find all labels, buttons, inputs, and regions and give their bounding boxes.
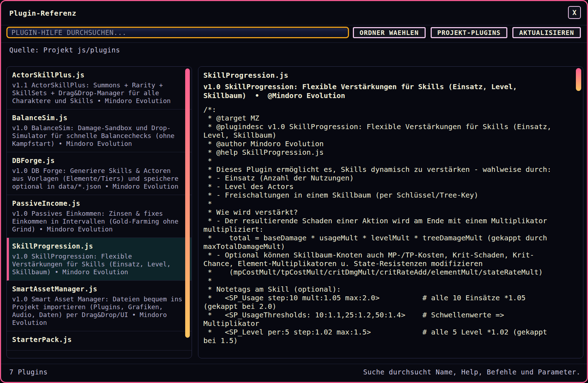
page-title: Plugin-Referenz: [9, 9, 76, 17]
project-plugins-button[interactable]: PROJEKT-PLUGINS: [431, 27, 508, 38]
titlebar-divider: [1, 25, 587, 25]
detail-subtitle: v1.0 SkillProgression: Flexible Verstärk…: [203, 82, 558, 100]
plugin-desc: v1.0 Smart Asset Manager: Dateien bequem…: [12, 295, 183, 327]
plugin-desc: v1.1 ActorSkillPlus: Summons + Rarity + …: [12, 81, 183, 105]
detail-scrollbar[interactable]: [576, 68, 581, 91]
list-item[interactable]: BalanceSim.js v1.0 BalanceSim: Damage-Sa…: [7, 109, 192, 152]
plugin-name: SmartAssetManager.js: [12, 285, 182, 293]
source-label: Quelle: Projekt js/plugins: [9, 46, 120, 54]
plugin-count: 7 Plugins: [9, 368, 47, 376]
plugin-list-scrollbar[interactable]: [185, 68, 190, 338]
choose-folder-button[interactable]: ORDNER WAEHLEN: [353, 27, 426, 38]
list-item[interactable]: ActorSkillPlus.js v1.1 ActorSkillPlus: S…: [7, 67, 192, 109]
footer-hint: Suche durchsucht Name, Help, Befehle und…: [363, 368, 581, 376]
plugin-name: PassiveIncome.js: [12, 199, 182, 207]
footer-divider: [1, 364, 587, 364]
list-item[interactable]: DBForge.js v1.0 DB Forge: Generiere Skil…: [7, 152, 192, 195]
plugin-desc: v1.0 Passives Einkommen: Zinsen & fixes …: [12, 210, 183, 233]
plugin-list-panel: ActorSkillPlus.js v1.1 ActorSkillPlus: S…: [6, 66, 192, 358]
refresh-button[interactable]: AKTUALISIEREN: [512, 27, 581, 38]
detail-help-text: /*: * @target MZ * @plugindesc v1.0 Skil…: [203, 105, 558, 345]
plugin-desc: v1.0 DB Forge: Generiere Skills & Actore…: [12, 167, 183, 190]
plugin-name: StarterPack.js: [12, 336, 182, 343]
search-row-divider: [1, 42, 587, 43]
plugin-reference-window: Plugin-Referenz X ORDNER WAEHLEN PROJEKT…: [0, 0, 588, 383]
plugin-desc: v1.0 SkillProgression: Flexible Verstärk…: [12, 252, 183, 276]
list-item[interactable]: PassiveIncome.js v1.0 Passives Einkommen…: [7, 195, 192, 238]
list-item[interactable]: SmartAssetManager.js v1.0 Smart Asset Ma…: [7, 281, 192, 331]
detail-title: SkillProgression.js: [203, 71, 583, 80]
list-item[interactable]: SkillProgression.js v1.0 SkillProgressio…: [7, 238, 192, 281]
search-input[interactable]: [6, 27, 349, 38]
plugin-name: DBForge.js: [12, 157, 182, 164]
plugin-name: ActorSkillPlus.js: [12, 71, 182, 79]
close-icon: X: [572, 9, 576, 16]
plugin-name: BalanceSim.js: [12, 114, 182, 122]
plugin-name: SkillProgression.js: [12, 242, 182, 250]
close-button[interactable]: X: [568, 6, 581, 19]
plugin-list: ActorSkillPlus.js v1.1 ActorSkillPlus: S…: [7, 67, 192, 351]
plugin-desc: v1.0 BalanceSim: Damage-Sandbox und Drop…: [12, 124, 183, 148]
list-item[interactable]: StarterPack.js: [7, 331, 192, 351]
toolbar: ORDNER WAEHLEN PROJEKT-PLUGINS AKTUALISI…: [353, 27, 581, 38]
plugin-detail-panel: SkillProgression.js v1.0 SkillProgressio…: [198, 66, 583, 358]
